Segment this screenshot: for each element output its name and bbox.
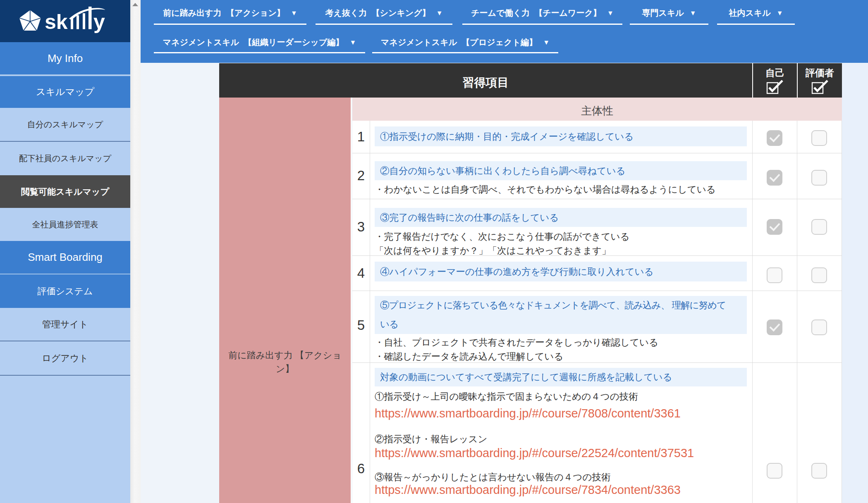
svg-text:y: y <box>93 10 105 33</box>
svg-text:sk: sk <box>45 10 68 33</box>
